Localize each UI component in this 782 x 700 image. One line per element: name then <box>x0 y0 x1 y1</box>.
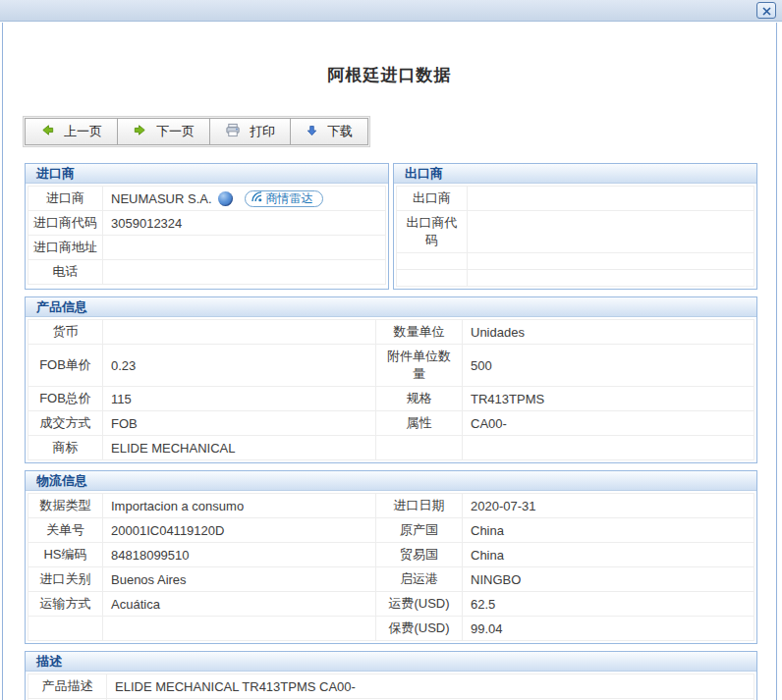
table-row: FOB单价 0.23 附件单位数量 500 <box>28 345 754 387</box>
toolbar: 上一页 下一页 打印 <box>23 116 370 147</box>
field-value: 99.04 <box>463 617 754 641</box>
table-row: 保费(USD) 99.04 <box>28 617 754 641</box>
field-label: 运输方式 <box>28 592 103 617</box>
product-info-header: 产品信息 <box>26 297 756 317</box>
close-button[interactable] <box>756 2 776 19</box>
table-row: 数据类型 Importacion a consumo 进口日期 2020-07-… <box>28 494 754 518</box>
description-header: 描述 <box>26 652 756 672</box>
field-value: Acuática <box>103 592 376 617</box>
logistics-info-header: 物流信息 <box>26 471 756 491</box>
radar-icon <box>251 191 262 205</box>
field-value: TR413TPMS <box>463 387 754 411</box>
exporter-table: 出口商 出口商代码 <box>396 186 754 287</box>
table-row <box>397 253 754 270</box>
importer-name: NEUMASUR S.A. <box>111 191 212 206</box>
field-value: 3059012324 <box>103 211 386 236</box>
field-value: Buenos Aires <box>103 567 376 592</box>
globe-icon[interactable] <box>218 191 233 206</box>
field-value <box>103 236 386 260</box>
field-value: Unidades <box>463 320 754 345</box>
prev-page-label: 上一页 <box>64 123 102 140</box>
arrow-down-icon <box>306 124 318 140</box>
field-value: NINGBO <box>463 567 754 592</box>
field-value: ELIDE MECHANICAL <box>103 436 376 460</box>
field-label: 进口日期 <box>376 494 463 518</box>
field-label: 贸易国 <box>376 543 463 567</box>
importer-panel: 进口商 进口商 NEUMASUR S.A. <box>25 163 389 290</box>
logistics-info-table: 数据类型 Importacion a consumo 进口日期 2020-07-… <box>28 493 754 641</box>
field-value: ELIDE MECHANICAL TR413TPMS CA00- <box>107 674 754 699</box>
table-row: 出口商 <box>397 187 754 211</box>
close-icon <box>762 2 771 20</box>
table-row: 进口商 NEUMASUR S.A. <box>28 187 386 211</box>
table-row: 关单号 20001IC04119120D 原产国 China <box>28 518 754 543</box>
importer-panel-header: 进口商 <box>26 164 388 184</box>
field-value <box>468 253 754 270</box>
print-label: 打印 <box>250 123 275 140</box>
product-info-table: 货币 数量单位 Unidades FOB单价 0.23 附件单位数量 500 <box>28 319 754 460</box>
field-value <box>468 211 754 253</box>
field-value <box>103 617 376 641</box>
field-label: 附件单位数量 <box>376 345 463 387</box>
table-row: 出口商代码 <box>397 211 754 253</box>
field-value <box>463 436 754 460</box>
table-row: 进口关别 Buenos Aires 启运港 NINGBO <box>28 567 754 592</box>
field-label <box>28 617 103 641</box>
table-row: FOB总价 115 规格 TR413TPMS <box>28 387 754 411</box>
field-label <box>397 270 468 287</box>
field-value <box>103 260 386 285</box>
field-label: 成交方式 <box>28 411 103 436</box>
logistics-info-panel: 物流信息 数据类型 Importacion a consumo 进口日期 202… <box>25 470 757 644</box>
field-label: 货币 <box>28 320 103 345</box>
business-radar-link[interactable]: 商情雷达 <box>245 190 323 207</box>
field-label: 原产国 <box>376 518 463 543</box>
field-value: 20001IC04119120D <box>103 518 376 543</box>
sections: 进口商 进口商 NEUMASUR S.A. <box>25 163 757 700</box>
field-label: 进口关别 <box>28 567 103 592</box>
table-row: 进口商地址 <box>28 236 386 260</box>
field-label: HS编码 <box>28 543 103 567</box>
importer-table: 进口商 NEUMASUR S.A. <box>28 186 386 285</box>
page-title: 阿根廷进口数据 <box>3 64 776 86</box>
field-label: 数据类型 <box>28 494 103 518</box>
field-label: 规格 <box>376 387 463 411</box>
field-value <box>468 270 754 287</box>
field-value: 84818099510 <box>103 543 376 567</box>
dialog-body: 阿根廷进口数据 上一页 下一页 <box>2 23 777 700</box>
prev-page-button[interactable]: 上一页 <box>25 118 118 145</box>
dialog-titlebar <box>0 0 782 22</box>
field-label: 启运港 <box>376 567 463 592</box>
field-value: Importacion a consumo <box>103 494 376 518</box>
table-row: 运输方式 Acuática 运费(USD) 62.5 <box>28 592 754 617</box>
table-row: 电话 <box>28 260 386 285</box>
field-label: 电话 <box>28 260 103 285</box>
download-button[interactable]: 下载 <box>290 118 368 145</box>
field-label: 进口商地址 <box>28 236 103 260</box>
field-value: 62.5 <box>463 592 754 617</box>
field-value <box>468 187 754 211</box>
table-row: 产品描述 ELIDE MECHANICAL TR413TPMS CA00- <box>28 674 754 699</box>
field-label: FOB单价 <box>28 345 103 387</box>
table-row <box>397 270 754 287</box>
field-label: 进口商 <box>28 187 103 211</box>
field-value: 2020-07-31 <box>463 494 754 518</box>
exporter-panel: 出口商 出口商 出口商代码 <box>393 163 757 290</box>
field-value: 500 <box>463 345 754 387</box>
radar-label: 商情雷达 <box>266 190 313 207</box>
field-label: 产品描述 <box>28 674 107 699</box>
field-value: CA00- <box>463 411 754 436</box>
field-label <box>397 253 468 270</box>
field-label: 保费(USD) <box>376 617 463 641</box>
field-label: 进口商代码 <box>28 211 103 236</box>
table-row: 成交方式 FOB 属性 CA00- <box>28 411 754 436</box>
field-value: China <box>463 518 754 543</box>
field-label: 商标 <box>28 436 103 460</box>
printer-icon <box>225 123 241 140</box>
next-page-button[interactable]: 下一页 <box>117 118 210 145</box>
dialog-window: 阿根廷进口数据 上一页 下一页 <box>0 0 782 700</box>
field-label: FOB总价 <box>28 387 103 411</box>
field-label: 运费(USD) <box>376 592 463 617</box>
print-button[interactable]: 打印 <box>209 118 291 145</box>
field-value: 0.23 <box>103 345 376 387</box>
field-label: 关单号 <box>28 518 103 543</box>
